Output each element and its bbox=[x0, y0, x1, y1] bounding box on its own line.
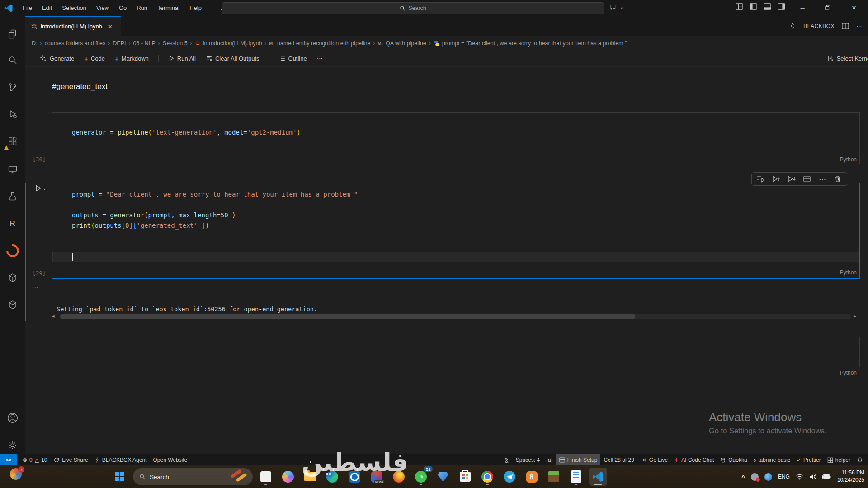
tray-chevron-icon[interactable]: ^ bbox=[741, 474, 745, 480]
menu-edit[interactable]: Edit bbox=[37, 3, 57, 13]
tray-icon-1[interactable] bbox=[751, 473, 759, 481]
clear-all-outputs-button[interactable]: Clear All Outputs bbox=[202, 53, 264, 64]
delete-cell-icon[interactable] bbox=[830, 174, 845, 184]
menu-help[interactable]: Help bbox=[184, 3, 207, 13]
menu-selection[interactable]: Selection bbox=[57, 3, 91, 13]
code-cell-1[interactable]: generator = pipeline('text-generation', … bbox=[52, 112, 860, 164]
menu-terminal[interactable]: Terminal bbox=[152, 3, 184, 13]
start-button[interactable] bbox=[111, 468, 129, 486]
scroll-left-icon[interactable]: ◂ bbox=[52, 313, 55, 319]
open-website-button[interactable]: Open Website bbox=[150, 457, 190, 463]
breadcrumb-item-cell[interactable]: prompt = "Dear client , we are sorry to … bbox=[434, 40, 627, 47]
cell-more-actions-icon[interactable]: ⋯ bbox=[815, 174, 830, 184]
finish-setup-button[interactable]: Finish Setup bbox=[556, 454, 601, 466]
breadcrumb-item[interactable]: D: bbox=[32, 40, 38, 47]
live-share-button[interactable]: Live Share bbox=[50, 457, 91, 463]
close-button[interactable]: ✕ bbox=[844, 0, 864, 15]
indentation-indicator[interactable]: Spaces: 4 bbox=[513, 457, 543, 463]
markdown-cell[interactable]: #generated_text bbox=[52, 82, 108, 91]
extensions-icon[interactable] bbox=[0, 131, 25, 151]
minecraft-icon[interactable] bbox=[545, 468, 563, 486]
scroll-right-icon[interactable]: ▸ bbox=[854, 313, 856, 319]
customize-layout-icon[interactable] bbox=[736, 3, 743, 10]
code-cell-2[interactable]: prompt = "Dear client , we are sorry to … bbox=[52, 183, 860, 279]
menu-file[interactable]: File bbox=[18, 3, 37, 13]
tab-introduction-llm-ipynb[interactable]: introduction(LLM).ipynb ✕ bbox=[25, 16, 121, 36]
toggle-panel-icon[interactable] bbox=[764, 3, 771, 10]
tabnine-button[interactable]: o tabnine basic bbox=[750, 457, 793, 463]
run-cells-above-icon[interactable] bbox=[769, 174, 783, 184]
editor-more-actions-icon[interactable]: ⋯ bbox=[856, 23, 862, 29]
run-debug-icon[interactable] bbox=[0, 104, 25, 124]
breadcrumb-item[interactable]: courses folders and files bbox=[45, 40, 106, 47]
wifi-icon[interactable] bbox=[796, 474, 803, 480]
tab-close-icon[interactable]: ✕ bbox=[108, 23, 113, 30]
toggle-sidebar-icon[interactable] bbox=[750, 3, 757, 10]
volume-icon[interactable] bbox=[809, 474, 816, 480]
generate-button[interactable]: Generate bbox=[36, 53, 78, 64]
source-control-icon[interactable] bbox=[0, 77, 25, 97]
gem-app-icon[interactable] bbox=[434, 468, 452, 486]
tray-icon-2[interactable] bbox=[764, 473, 772, 481]
language-indicator[interactable]: ENG bbox=[778, 474, 790, 480]
cell-language-picker[interactable]: Python bbox=[840, 156, 857, 163]
cell-language-picker[interactable]: Python bbox=[840, 269, 857, 276]
split-editor-icon[interactable] bbox=[842, 23, 849, 29]
toolbar-more-icon[interactable]: ⋯ bbox=[313, 53, 327, 64]
testing-icon[interactable] bbox=[0, 187, 25, 206]
helper-button[interactable]: helper bbox=[824, 457, 854, 463]
explorer-icon[interactable] bbox=[0, 24, 25, 44]
menu-view[interactable]: View bbox=[91, 3, 114, 13]
manage-gear-icon[interactable] bbox=[788, 22, 796, 30]
taskbar-search[interactable]: Search bbox=[133, 468, 253, 485]
run-cell-button[interactable]: ⌄ bbox=[34, 184, 47, 192]
blackbox-button[interactable]: BLACKBOX bbox=[803, 23, 835, 29]
toggle-secondary-sidebar-icon[interactable] bbox=[778, 3, 785, 10]
orange-extension-icon[interactable] bbox=[0, 241, 25, 261]
battery-icon[interactable] bbox=[822, 474, 831, 479]
microsoft-store-icon[interactable] bbox=[456, 468, 474, 486]
split-cell-icon[interactable] bbox=[800, 174, 814, 184]
package-icon-2[interactable] bbox=[0, 295, 25, 315]
language-braces-indicator[interactable]: {ä} bbox=[543, 457, 556, 463]
output-collapse-icon[interactable]: ⋯ bbox=[32, 284, 39, 292]
chrome-icon[interactable] bbox=[478, 468, 496, 486]
problems-indicator[interactable]: ⊗ 0 △ 10 bbox=[19, 457, 50, 463]
prettier-button[interactable]: ✓ Prettier bbox=[793, 457, 824, 463]
outline-button[interactable]: Outline bbox=[275, 53, 311, 64]
telegram-icon[interactable] bbox=[500, 468, 519, 486]
settings-gear-icon[interactable] bbox=[0, 435, 25, 455]
xampp-icon[interactable]: ꕗ bbox=[523, 468, 541, 486]
r-language-icon[interactable]: R bbox=[0, 214, 25, 234]
widgets-icon[interactable]: 7 bbox=[10, 468, 22, 480]
go-live-button[interactable]: Go Live bbox=[637, 457, 671, 463]
sticky-note-app-icon[interactable] bbox=[257, 468, 275, 486]
breadcrumb-item[interactable]: Session 5 bbox=[163, 40, 188, 47]
notepad-app-icon[interactable] bbox=[567, 468, 585, 486]
restore-button[interactable] bbox=[817, 0, 838, 15]
package-icon[interactable] bbox=[0, 268, 25, 288]
breadcrumb-item[interactable]: 06 - NLP bbox=[133, 40, 155, 47]
additional-views-icon[interactable]: ⋯ bbox=[0, 318, 25, 338]
accounts-icon[interactable] bbox=[0, 408, 25, 428]
menu-run[interactable]: Run bbox=[132, 3, 152, 13]
run-cell-and-below-icon[interactable] bbox=[784, 174, 799, 184]
execute-above-cells-icon[interactable] bbox=[754, 174, 768, 184]
vscode-taskbar-icon[interactable] bbox=[589, 468, 607, 486]
run-all-button[interactable]: Run All bbox=[164, 53, 200, 64]
copilot-menu[interactable]: ⌄ bbox=[609, 3, 623, 11]
breadcrumb-item-notebook[interactable]: introduction(LLM).ipynb bbox=[195, 40, 262, 47]
notifications-bell-icon[interactable] bbox=[854, 457, 866, 463]
cell-language-picker[interactable]: Python bbox=[840, 370, 857, 376]
remote-explorer-icon[interactable] bbox=[0, 160, 25, 179]
add-code-cell-button[interactable]: + Code bbox=[80, 53, 109, 64]
breadcrumb-item-section[interactable]: M↓ named entity recognition eith pipelin… bbox=[269, 40, 370, 47]
breadcrumb-item-section[interactable]: M↓ QA with pipeline bbox=[377, 40, 426, 47]
remote-indicator[interactable]: >< bbox=[0, 454, 17, 466]
menu-go[interactable]: Go bbox=[114, 3, 132, 13]
breadcrumb-item[interactable]: DEPI bbox=[113, 40, 126, 47]
code-cell-3[interactable] bbox=[52, 337, 860, 367]
taskbar-clock[interactable]: 11:56 PM 10/24/2025 bbox=[837, 469, 864, 483]
search-sidebar-icon[interactable] bbox=[0, 50, 25, 70]
cell-position-indicator[interactable]: Cell 28 of 29 bbox=[600, 457, 637, 463]
